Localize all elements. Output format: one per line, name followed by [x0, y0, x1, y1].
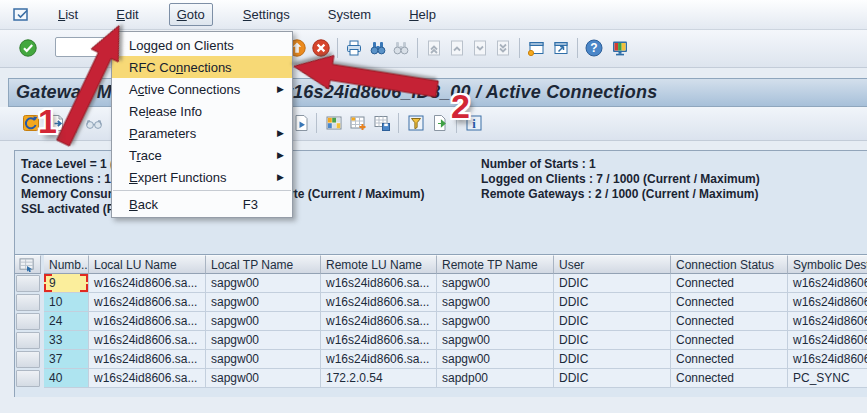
new-session-icon[interactable] [526, 38, 546, 58]
table-cell[interactable]: sapgw00 [437, 274, 554, 293]
row-selector[interactable] [16, 275, 40, 292]
menu-item-release-info[interactable]: Release Info [112, 100, 292, 122]
customize-layout-icon[interactable] [610, 38, 630, 58]
table-cell[interactable]: Connected [671, 350, 788, 369]
column-header-remote-tp-name[interactable]: Remote TP Name [437, 255, 554, 274]
table-cell[interactable]: sapgw00 [206, 274, 321, 293]
table-cell[interactable]: 172.2.0.54 [321, 369, 437, 388]
menu-item-active-connections[interactable]: Active Connections▶ [112, 78, 292, 100]
table-cell[interactable]: Connected [671, 331, 788, 350]
find-icon[interactable] [368, 38, 388, 58]
table-cell[interactable]: w16s24id8606.sa... [89, 293, 206, 312]
column-header-user[interactable]: User [554, 255, 671, 274]
table-cell[interactable]: w16s24id8606.sa... [788, 274, 867, 293]
table-cell[interactable]: w16s24id8606.sa... [321, 350, 437, 369]
row-selector[interactable] [16, 313, 40, 330]
table-cell[interactable]: sapgw00 [206, 331, 321, 350]
display-found-icon[interactable] [84, 113, 104, 133]
row-selector[interactable] [16, 294, 40, 311]
menu-item-back[interactable]: BackF3 [112, 193, 292, 215]
column-header-remote-lu-name[interactable]: Remote LU Name [321, 255, 437, 274]
column-header-local-lu-name[interactable]: Local LU Name [89, 255, 206, 274]
table-cell[interactable]: PC_SYNC [788, 369, 867, 388]
table-cell[interactable]: DDIC [554, 331, 671, 350]
table-cell[interactable]: w16s24id8606.sa... [89, 312, 206, 331]
table-cell[interactable]: sapgw00 [437, 312, 554, 331]
menu-item-rfc-connections[interactable]: RFC Connections [112, 56, 292, 78]
table-cell[interactable]: w16s24id8606.sa... [788, 312, 867, 331]
number-cell-selected[interactable]: 9 [44, 274, 89, 293]
menubar-item-system[interactable]: System [320, 3, 379, 26]
table-cell[interactable]: sapgw00 [437, 293, 554, 312]
column-header-numb[interactable]: Numb.. [44, 255, 89, 274]
row-selector[interactable] [16, 370, 40, 387]
find-next-icon[interactable] [391, 38, 411, 58]
table-cell[interactable]: w16s24id8606.sa... [321, 274, 437, 293]
column-header-local-tp-name[interactable]: Local TP Name [206, 255, 321, 274]
table-cell[interactable]: w16s24id8606.sa... [788, 331, 867, 350]
table-cell[interactable]: DDIC [554, 274, 671, 293]
row-selector[interactable] [16, 332, 40, 349]
last-page-icon[interactable] [493, 38, 513, 58]
table-cell[interactable]: w16s24id8606.sa... [321, 293, 437, 312]
number-cell[interactable]: 10 [44, 293, 89, 312]
menubar-item-settings[interactable]: Settings [235, 3, 298, 26]
system-icon[interactable] [12, 6, 34, 24]
refresh-icon[interactable] [21, 113, 41, 133]
table-cell[interactable]: w16s24id8606.sa... [89, 350, 206, 369]
grid-corner-icon[interactable] [15, 255, 41, 274]
first-page-icon[interactable] [424, 38, 444, 58]
table-cell[interactable]: Connected [671, 274, 788, 293]
table-cell[interactable]: w16s24id8606.sa... [788, 293, 867, 312]
info-icon[interactable]: i [464, 113, 484, 133]
number-cell[interactable]: 40 [44, 369, 89, 388]
table-cell[interactable]: DDIC [554, 312, 671, 331]
table-cell[interactable]: sapgw00 [206, 312, 321, 331]
change-layout-icon[interactable] [348, 113, 368, 133]
table-cell[interactable]: DDIC [554, 293, 671, 312]
number-cell[interactable]: 24 [44, 312, 89, 331]
filter-icon[interactable] [406, 113, 426, 133]
row-selector[interactable] [16, 351, 40, 368]
table-cell[interactable]: Connected [671, 312, 788, 331]
table-cell[interactable]: sapgw00 [437, 331, 554, 350]
table-cell[interactable]: w16s24id8606.sa... [89, 369, 206, 388]
previous-page-icon[interactable] [447, 38, 467, 58]
export-file-icon[interactable] [430, 113, 450, 133]
table-cell[interactable]: Connected [671, 293, 788, 312]
table-cell[interactable]: sapgw00 [206, 369, 321, 388]
table-cell[interactable]: Connected [671, 369, 788, 388]
create-shortcut-icon[interactable] [551, 38, 571, 58]
table-cell[interactable]: sapgw00 [206, 293, 321, 312]
choose-layout-icon[interactable] [324, 113, 344, 133]
table-cell[interactable]: sapgw00 [206, 350, 321, 369]
table-cell[interactable]: w16s24id8606.sa... [89, 331, 206, 350]
menubar-item-list[interactable]: List [50, 3, 86, 26]
number-cell[interactable]: 37 [44, 350, 89, 369]
print-preview-icon[interactable] [291, 113, 311, 133]
menu-item-trace[interactable]: Trace▶ [112, 144, 292, 166]
next-page-icon[interactable] [470, 38, 490, 58]
menubar-item-help[interactable]: Help [401, 3, 444, 26]
table-cell[interactable]: w16s24id8606.sa... [788, 350, 867, 369]
print-icon[interactable] [344, 38, 364, 58]
menubar-item-edit[interactable]: Edit [108, 3, 146, 26]
menu-item-parameters[interactable]: Parameters▶ [112, 122, 292, 144]
table-cell[interactable]: sapgw00 [437, 350, 554, 369]
column-header-symbolic-destination[interactable]: Symbolic Destination [788, 255, 867, 274]
menu-item-logged-on-clients[interactable]: Logged on Clients [112, 34, 292, 56]
table-cell[interactable]: sapdp00 [437, 369, 554, 388]
column-header-connection-status[interactable]: Connection Status [671, 255, 788, 274]
table-cell[interactable]: w16s24id8606.sa... [321, 331, 437, 350]
enter-icon[interactable] [18, 38, 38, 58]
help-icon[interactable]: ? [584, 38, 604, 58]
menubar-item-goto[interactable]: Goto [169, 3, 213, 26]
number-cell[interactable]: 33 [44, 331, 89, 350]
save-layout-icon[interactable] [372, 113, 392, 133]
table-cell[interactable]: w16s24id8606.sa... [89, 274, 206, 293]
export-icon[interactable] [47, 113, 67, 133]
table-cell[interactable]: DDIC [554, 350, 671, 369]
table-cell[interactable]: w16s24id8606.sa... [321, 312, 437, 331]
cancel-icon[interactable] [311, 38, 331, 58]
menu-item-expert-functions[interactable]: Expert Functions▶ [112, 166, 292, 188]
